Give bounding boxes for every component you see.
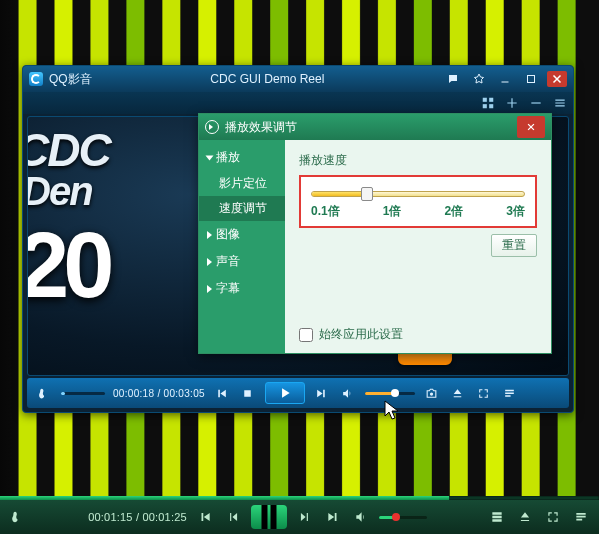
stop-button[interactable]: [239, 384, 257, 402]
plus-icon[interactable]: [505, 96, 519, 110]
chevron-down-icon: [206, 155, 214, 160]
speed-mark: 2倍: [445, 203, 464, 220]
window-title: CDC GUI Demo Reel: [98, 72, 437, 86]
outer-expand-icon[interactable]: [543, 507, 563, 527]
speed-mark: 0.1倍: [311, 203, 340, 220]
category-playback[interactable]: 播放: [199, 144, 285, 171]
speed-panel: 0.1倍 1倍 2倍 3倍: [299, 175, 537, 228]
player-controls: 00:00:18 / 00:03:05: [27, 378, 569, 408]
category-audio-label: 声音: [216, 253, 240, 270]
dialog-title: 播放效果调节: [225, 119, 297, 136]
outer-next-button[interactable]: [323, 507, 343, 527]
video-overlay-text-3: 20: [27, 213, 108, 318]
eject-icon[interactable]: [449, 384, 467, 402]
svg-point-8: [430, 392, 433, 395]
outer-eject-icon[interactable]: [515, 507, 535, 527]
outer-volume-track[interactable]: [379, 516, 427, 519]
outer-step-back-button[interactable]: [223, 507, 243, 527]
outer-volume-thumb[interactable]: [392, 513, 400, 521]
play-button[interactable]: [265, 382, 305, 404]
category-image-label: 图像: [216, 226, 240, 243]
outer-pause-button[interactable]: [251, 505, 287, 529]
category-audio[interactable]: 声音: [199, 248, 285, 275]
menu-icon[interactable]: [553, 96, 567, 110]
outer-prev-button[interactable]: [195, 507, 215, 527]
dialog-titlebar[interactable]: 播放效果调节: [199, 114, 551, 140]
outer-playlist-icon[interactable]: [571, 507, 591, 527]
speed-tick-labels: 0.1倍 1倍 2倍 3倍: [311, 203, 525, 220]
speed-mark: 3倍: [506, 203, 525, 220]
volume-track[interactable]: [365, 392, 415, 395]
reset-button[interactable]: 重置: [491, 234, 537, 257]
svg-rect-1: [528, 76, 535, 83]
close-button[interactable]: [547, 71, 567, 87]
pin-icon[interactable]: [469, 71, 489, 87]
sub-toolbar: [23, 92, 573, 114]
minus-icon[interactable]: [529, 96, 543, 110]
minimize-button[interactable]: [495, 71, 515, 87]
foot-icon[interactable]: [35, 384, 53, 402]
outer-control-bar: 00:01:15 / 00:01:25: [0, 500, 599, 534]
speed-slider[interactable]: [311, 191, 525, 197]
seek-track[interactable]: [61, 392, 105, 395]
titlebar[interactable]: QQ影音 CDC GUI Demo Reel: [23, 66, 573, 92]
outer-time: 00:01:15 / 00:01:25: [88, 511, 187, 523]
category-image[interactable]: 图像: [199, 221, 285, 248]
outer-step-fwd-button[interactable]: [295, 507, 315, 527]
prev-button[interactable]: [213, 384, 231, 402]
outer-volume-icon[interactable]: [351, 507, 371, 527]
fullscreen-icon[interactable]: [475, 384, 493, 402]
next-button[interactable]: [313, 384, 331, 402]
app-name: QQ影音: [49, 71, 92, 88]
seek-fill: [61, 392, 65, 395]
svg-rect-7: [245, 390, 252, 397]
dialog-footer: 始终应用此设置: [299, 326, 537, 343]
dialog-sidebar: 播放 影片定位 速度调节 图像 声音 字幕: [199, 140, 285, 353]
effects-dialog: 播放效果调节 播放 影片定位 速度调节 图像 声音 字幕 播放速度 0.1倍 1…: [198, 113, 552, 354]
svg-rect-5: [489, 104, 493, 108]
maximize-button[interactable]: [521, 71, 541, 87]
always-apply-checkbox[interactable]: [299, 328, 313, 342]
svg-rect-6: [531, 102, 540, 103]
svg-rect-4: [483, 104, 487, 108]
outer-foot-icon[interactable]: [8, 507, 28, 527]
video-overlay-text-2: Den: [27, 169, 92, 214]
dialog-play-icon: [205, 120, 219, 134]
chevron-right-icon: [207, 231, 212, 239]
app-logo-icon: [29, 72, 43, 86]
svg-rect-3: [489, 98, 493, 102]
volume-thumb[interactable]: [391, 389, 399, 397]
snapshot-icon[interactable]: [423, 384, 441, 402]
speed-slider-thumb[interactable]: [361, 187, 373, 201]
playback-time: 00:00:18 / 00:03:05: [113, 388, 205, 399]
svg-rect-0: [502, 82, 509, 83]
dialog-body: 播放 影片定位 速度调节 图像 声音 字幕 播放速度 0.1倍 1倍 2倍 3倍: [199, 140, 551, 353]
playlist-icon[interactable]: [501, 384, 519, 402]
dialog-main: 播放速度 0.1倍 1倍 2倍 3倍 重置 始终应用此设置: [285, 140, 551, 353]
speed-mark: 1倍: [383, 203, 402, 220]
speed-label: 播放速度: [299, 152, 537, 169]
chevron-right-icon: [207, 258, 212, 266]
chat-icon[interactable]: [443, 71, 463, 87]
sub-locate[interactable]: 影片定位: [199, 171, 285, 196]
svg-rect-2: [483, 98, 487, 102]
sub-speed[interactable]: 速度调节: [199, 196, 285, 221]
dialog-close-button[interactable]: [517, 116, 545, 138]
grid-icon[interactable]: [481, 96, 495, 110]
category-playback-label: 播放: [216, 149, 240, 166]
volume-icon[interactable]: [339, 384, 357, 402]
speed-slider-fill: [312, 192, 367, 196]
category-subtitle[interactable]: 字幕: [199, 275, 285, 302]
always-apply-label: 始终应用此设置: [319, 326, 403, 343]
chevron-right-icon: [207, 285, 212, 293]
category-subtitle-label: 字幕: [216, 280, 240, 297]
outer-effects-icon[interactable]: [487, 507, 507, 527]
